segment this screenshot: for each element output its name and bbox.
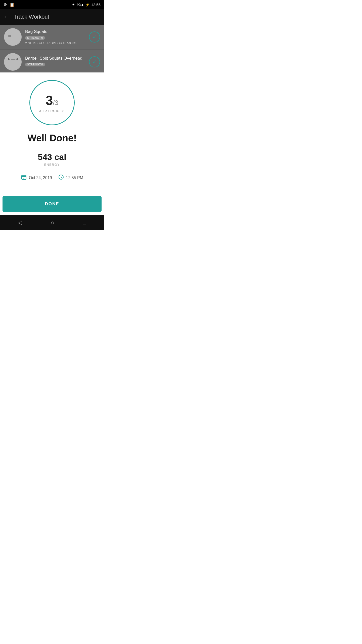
svg-line-10 [13, 63, 15, 67]
time-item: 12:55 PM [58, 174, 83, 182]
datetime-row: + Oct 24, 2019 12:55 PM [21, 174, 83, 182]
svg-line-5 [13, 35, 16, 37]
well-done-text: Well Done! [27, 133, 77, 144]
battery-icon: ⚡ [85, 3, 89, 7]
exercise-name-1: Bag Squats [25, 29, 85, 34]
exercise-stats-1: 2 SETS • Ø 13 REPS • Ø 18.50 KG [25, 41, 85, 45]
bluetooth-icon: ✦ [72, 3, 75, 7]
back-button[interactable]: ← [4, 14, 10, 20]
progress-count: 3/3 [46, 93, 59, 108]
status-right-icons: ✦ 4G▲ ⚡ 12:55 [72, 3, 101, 7]
svg-line-9 [11, 63, 13, 67]
exercise-tag-1: STRENGTH [25, 36, 45, 40]
date-item: + Oct 24, 2019 [21, 174, 52, 182]
svg-line-23 [61, 177, 62, 178]
exercise-item-1: Bag Squats STRENGTH 2 SETS • Ø 13 REPS •… [0, 25, 104, 50]
checkmark-icon-2: ✓ [93, 59, 97, 65]
exercise-item-2: Barbell Split Squats Overhead STRENGTH ✓ [0, 50, 104, 72]
back-nav-icon: ◁ [18, 219, 22, 226]
recent-nav-button[interactable]: □ [83, 219, 86, 226]
svg-rect-12 [8, 58, 9, 60]
check-circle-2[interactable]: ✓ [89, 56, 100, 67]
energy-value: 543 cal [38, 152, 66, 162]
svg-point-7 [11, 55, 15, 58]
exercise-list: Bag Squats STRENGTH 2 SETS • Ø 13 REPS •… [0, 25, 104, 72]
checkmark-icon-1: ✓ [93, 34, 97, 40]
bottom-nav: ◁ ○ □ [0, 215, 104, 230]
divider [5, 188, 99, 188]
time-text: 12:55 PM [66, 176, 83, 180]
exercise-name-2: Barbell Split Squats Overhead [25, 56, 85, 61]
page-title: Track Workout [14, 14, 49, 20]
exercise-info-2: Barbell Split Squats Overhead STRENGTH [25, 56, 85, 68]
energy-section: 543 cal ENERGY [38, 152, 66, 167]
svg-rect-13 [17, 58, 18, 60]
signal-icon: 4G▲ [76, 3, 84, 7]
home-nav-button[interactable]: ○ [51, 219, 54, 226]
svg-point-0 [11, 31, 15, 34]
energy-label: ENERGY [38, 163, 66, 167]
exercise-tag-2: STRENGTH [25, 63, 45, 66]
status-left-icons: ⚙ 📋 [4, 2, 15, 7]
status-bar: ⚙ 📋 ✦ 4G▲ ⚡ 12:55 [0, 0, 104, 9]
exercise-info-1: Bag Squats STRENGTH 2 SETS • Ø 13 REPS •… [25, 29, 85, 45]
svg-line-2 [11, 38, 13, 42]
clock-icon [58, 174, 64, 182]
svg-text:+: + [23, 178, 24, 179]
settings-icon: ⚙ [4, 2, 7, 7]
done-button[interactable]: DONE [3, 196, 102, 212]
progress-label: 3 EXERCISES [39, 109, 65, 113]
exercise-avatar-1 [4, 28, 22, 46]
progress-circle-container: 3/3 3 EXERCISES [29, 80, 75, 125]
progress-circle: 3/3 3 EXERCISES [29, 80, 75, 125]
check-circle-1[interactable]: ✓ [89, 31, 100, 43]
exercise-avatar-2 [4, 53, 22, 71]
main-content: 3/3 3 EXERCISES Well Done! 543 cal ENERG… [0, 72, 104, 193]
recent-nav-icon: □ [83, 219, 86, 226]
svg-rect-6 [8, 35, 11, 37]
svg-line-3 [13, 38, 15, 42]
date-text: Oct 24, 2019 [29, 176, 52, 180]
home-nav-icon: ○ [51, 219, 54, 226]
top-nav: ← Track Workout [0, 9, 104, 25]
calendar-icon: + [21, 174, 27, 182]
back-nav-button[interactable]: ◁ [18, 219, 22, 226]
clipboard-icon: 📋 [10, 2, 15, 7]
time-display: 12:55 [91, 3, 101, 7]
